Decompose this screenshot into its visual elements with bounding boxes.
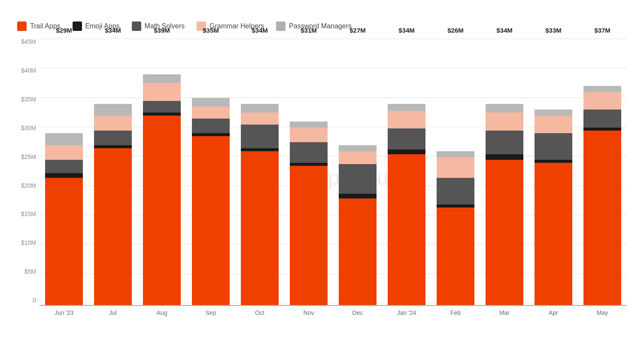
bar-total-label: $27M — [349, 27, 366, 34]
bar-segment-emoji — [486, 154, 524, 160]
bar-total-label: $34M — [398, 27, 415, 34]
x-axis-label: Dec — [333, 309, 382, 316]
bar-segment-trail — [45, 178, 83, 305]
bar-segment-trail — [437, 207, 475, 305]
bar-group-nov: $31M — [284, 39, 333, 305]
bar-segment-math — [535, 133, 573, 160]
bar-segment-emoji — [437, 204, 475, 207]
bar-group-feb: $26M — [431, 39, 480, 305]
legend-swatch — [73, 21, 82, 31]
bar-segment-trail — [583, 131, 622, 305]
x-axis-label: May — [578, 309, 627, 316]
bar-total-label: $34M — [496, 27, 513, 34]
bar-group-sep: $35M — [186, 39, 235, 305]
bar-group-oct: $34M — [235, 39, 284, 305]
bar-segment-emoji — [290, 163, 328, 166]
bar-total-label: $26M — [447, 27, 464, 34]
x-axis-label: Aug — [137, 309, 186, 316]
bar-group-jan-24: $34M — [382, 39, 431, 305]
bar-stack — [486, 104, 524, 305]
y-axis-label: $20M — [17, 183, 39, 189]
bar-segment-password — [241, 104, 279, 113]
x-axis-label: Mar — [480, 309, 529, 316]
x-axis-label: Sep — [186, 309, 235, 316]
x-axis-label: Apr — [529, 309, 578, 316]
bar-segment-password — [583, 86, 622, 92]
bar-segment-emoji — [339, 194, 377, 198]
bar-segment-emoji — [583, 128, 622, 131]
bar-segment-trail — [486, 160, 524, 305]
bar-segment-grammar — [583, 92, 622, 110]
x-axis-label: Feb — [431, 309, 480, 316]
bar-segment-math — [388, 128, 426, 149]
bar-group-jul: $34M — [88, 39, 137, 305]
bar-segment-emoji — [388, 149, 426, 154]
bar-group-may: $37M — [578, 39, 627, 305]
bar-segment-math — [339, 164, 377, 194]
bar-stack — [437, 151, 475, 305]
x-axis-label: Jan '24 — [382, 309, 431, 316]
bar-segment-math — [437, 178, 475, 204]
bar-total-label: $35M — [203, 27, 219, 34]
bar-segment-emoji — [535, 160, 573, 163]
bar-stack — [290, 122, 328, 305]
y-axis-label: $35M — [17, 96, 39, 102]
legend-swatch — [17, 21, 27, 31]
bar-segment-trail — [535, 163, 573, 305]
bar-segment-password — [388, 104, 426, 111]
bar-segment-grammar — [535, 116, 573, 133]
y-axis-label: $5M — [17, 268, 39, 275]
legend-swatch — [276, 21, 286, 31]
bar-total-label: $37M — [594, 27, 611, 34]
bar-stack — [94, 104, 132, 305]
bar-stack — [583, 86, 622, 305]
bar-segment-math — [583, 110, 622, 127]
bar-segment-grammar — [486, 113, 524, 130]
bar-segment-grammar — [143, 83, 181, 101]
bar-stack — [339, 145, 377, 305]
bar-segment-emoji — [192, 133, 230, 136]
bar-stack — [388, 104, 426, 305]
legend-swatch — [132, 21, 141, 31]
bar-segment-trail — [339, 198, 377, 305]
bar-segment-password — [192, 98, 230, 107]
x-axis-label: Oct — [235, 309, 284, 316]
y-axis-label: $40M — [17, 67, 39, 73]
bar-segment-password — [339, 145, 377, 151]
bar-segment-emoji — [143, 113, 181, 116]
chart-area: 0$5M$10M$15M$20M$25M$30M$35M$40M$45M ⌂ a… — [17, 39, 627, 316]
bar-group-jun-23: $29M — [39, 39, 88, 305]
bar-segment-password — [486, 104, 524, 113]
bar-segment-trail — [192, 136, 230, 305]
bar-segment-grammar — [388, 111, 426, 128]
y-axis: 0$5M$10M$15M$20M$25M$30M$35M$40M$45M — [17, 39, 39, 316]
bar-total-label: $29M — [56, 27, 72, 34]
bar-stack — [535, 110, 573, 305]
bar-segment-math — [486, 131, 524, 154]
bar-segment-grammar — [437, 157, 475, 178]
bar-segment-trail — [143, 116, 181, 305]
bar-segment-password — [290, 122, 328, 128]
bar-segment-grammar — [339, 151, 377, 164]
x-axis-label: Jun '23 — [39, 309, 88, 316]
bar-total-label: $34M — [252, 27, 268, 34]
bar-segment-trail — [388, 154, 426, 305]
bars-and-grid: ⌂ appfigures $29M$34M$39M$35M$34M$31M$27… — [39, 39, 627, 316]
bar-segment-math — [290, 142, 328, 163]
bar-segment-grammar — [290, 128, 328, 142]
bar-segment-grammar — [45, 145, 83, 160]
legend-label: Password Managers — [289, 22, 352, 30]
x-axis-label: Nov — [284, 309, 333, 316]
bar-segment-grammar — [94, 116, 132, 130]
bar-segment-emoji — [241, 148, 279, 151]
legend-item-trail-apps: Trail Apps — [17, 21, 61, 31]
bar-segment-trail — [241, 151, 279, 305]
bar-group-dec: $27M — [333, 39, 382, 305]
bar-stack — [192, 98, 230, 305]
bar-group-aug: $39M — [137, 39, 186, 305]
y-axis-label: $25M — [17, 154, 39, 160]
bar-segment-grammar — [192, 107, 230, 119]
y-axis-label: 0 — [17, 297, 39, 303]
bar-segment-trail — [94, 148, 132, 305]
bar-segment-password — [45, 133, 83, 145]
